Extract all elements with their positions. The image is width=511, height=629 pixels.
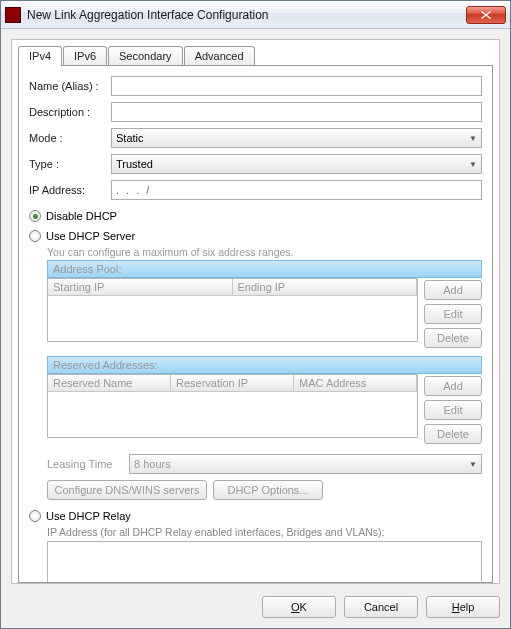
use-dhcp-server-radio[interactable]	[29, 230, 41, 242]
res-add-button[interactable]: Add	[424, 376, 482, 396]
dialog-body: IPv4 IPv6 Secondary Advanced Name (Alias…	[1, 29, 510, 588]
dhcp-server-hint: You can configure a maximum of six addre…	[47, 246, 482, 258]
disable-dhcp-label: Disable DHCP	[46, 210, 117, 222]
res-col-ip: Reservation IP	[171, 375, 294, 391]
tab-secondary[interactable]: Secondary	[108, 46, 183, 66]
address-pool-header: Address Pool:	[47, 260, 482, 278]
description-label: Description :	[29, 106, 111, 118]
tab-strip: IPv4 IPv6 Secondary Advanced	[18, 46, 493, 66]
tab-content: Name (Alias) : Description : Mode : Stat…	[18, 65, 493, 583]
name-label: Name (Alias) :	[29, 80, 111, 92]
relay-list[interactable]	[47, 541, 482, 583]
use-dhcp-relay-label: Use DHCP Relay	[46, 510, 131, 522]
mode-combo[interactable]: Static ▼	[111, 128, 482, 148]
dhcp-server-group: You can configure a maximum of six addre…	[47, 246, 482, 500]
cancel-button[interactable]: Cancel	[344, 596, 418, 618]
tab-ipv6[interactable]: IPv6	[63, 46, 107, 66]
reserved-table[interactable]: Reserved Name Reservation IP MAC Address	[47, 374, 418, 438]
pool-col-end: Ending IP	[233, 279, 418, 295]
ip-label: IP Address:	[29, 184, 111, 196]
leasing-value: 8 hours	[134, 458, 171, 470]
pool-col-start: Starting IP	[48, 279, 233, 295]
type-combo[interactable]: Trusted ▼	[111, 154, 482, 174]
help-button[interactable]: Help	[426, 596, 500, 618]
dns-wins-button[interactable]: Configure DNS/WINS servers	[47, 480, 207, 500]
titlebar: New Link Aggregation Interface Configura…	[1, 1, 510, 29]
description-input[interactable]	[111, 102, 482, 122]
mode-label: Mode :	[29, 132, 111, 144]
content-panel: IPv4 IPv6 Secondary Advanced Name (Alias…	[11, 39, 500, 584]
res-delete-button[interactable]: Delete	[424, 424, 482, 444]
tab-advanced[interactable]: Advanced	[184, 46, 255, 66]
chevron-down-icon: ▼	[469, 160, 477, 169]
address-pool-table[interactable]: Starting IP Ending IP	[47, 278, 418, 342]
pool-delete-button[interactable]: Delete	[424, 328, 482, 348]
res-col-mac: MAC Address	[294, 375, 417, 391]
use-dhcp-relay-radio[interactable]	[29, 510, 41, 522]
leasing-label: Leasing Time	[47, 458, 129, 470]
use-dhcp-server-label: Use DHCP Server	[46, 230, 135, 242]
res-col-name: Reserved Name	[48, 375, 171, 391]
type-value: Trusted	[116, 158, 153, 170]
app-icon	[5, 7, 21, 23]
tab-ipv4[interactable]: IPv4	[18, 46, 62, 66]
pool-edit-button[interactable]: Edit	[424, 304, 482, 324]
close-button[interactable]	[466, 6, 506, 24]
pool-add-button[interactable]: Add	[424, 280, 482, 300]
reserved-header: Reserved Addresses:	[47, 356, 482, 374]
name-input[interactable]	[111, 76, 482, 96]
dhcp-relay-group: IP Address (for all DHCP Relay enabled i…	[47, 526, 482, 583]
chevron-down-icon: ▼	[469, 460, 477, 469]
mode-value: Static	[116, 132, 144, 144]
chevron-down-icon: ▼	[469, 134, 477, 143]
relay-hint: IP Address (for all DHCP Relay enabled i…	[47, 526, 482, 538]
ok-button[interactable]: OK	[262, 596, 336, 618]
dhcp-options-button[interactable]: DHCP Options...	[213, 480, 323, 500]
disable-dhcp-radio[interactable]	[29, 210, 41, 222]
dialog-footer: OK Cancel Help	[1, 588, 510, 628]
res-edit-button[interactable]: Edit	[424, 400, 482, 420]
dialog-window: New Link Aggregation Interface Configura…	[0, 0, 511, 629]
ip-input[interactable]: . . . /	[111, 180, 482, 200]
type-label: Type :	[29, 158, 111, 170]
leasing-combo[interactable]: 8 hours ▼	[129, 454, 482, 474]
window-title: New Link Aggregation Interface Configura…	[27, 8, 466, 22]
